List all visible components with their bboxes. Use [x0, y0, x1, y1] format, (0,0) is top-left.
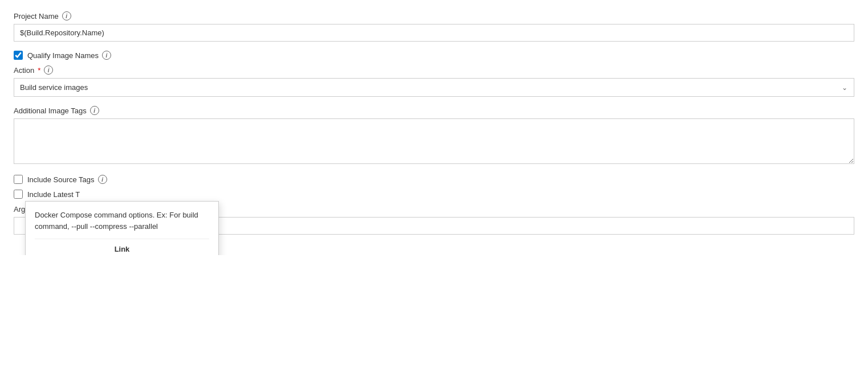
- include-latest-tag-group: Include Latest T Docker Compose command …: [14, 190, 854, 199]
- include-source-tags-group: Include Source Tags i: [14, 175, 854, 184]
- include-latest-tag-label[interactable]: Include Latest T: [27, 190, 80, 199]
- action-info-icon[interactable]: i: [44, 65, 53, 75]
- action-required-marker: *: [38, 66, 40, 75]
- tooltip-link-row: Link: [35, 239, 209, 255]
- arguments-tooltip-popup: Docker Compose command options. Ex: For …: [25, 201, 219, 255]
- qualify-image-names-group: Qualify Image Names i: [14, 51, 854, 60]
- additional-image-tags-info-icon[interactable]: i: [90, 106, 99, 115]
- include-source-tags-info-icon[interactable]: i: [98, 175, 107, 184]
- project-name-label-text: Project Name: [14, 12, 59, 20]
- tooltip-link[interactable]: Link: [115, 245, 130, 253]
- tooltip-text: Docker Compose command options. Ex: For …: [35, 210, 209, 239]
- qualify-image-names-checkbox[interactable]: [14, 51, 23, 60]
- include-source-tags-checkbox[interactable]: [14, 175, 23, 184]
- action-label-text: Action: [14, 66, 34, 75]
- include-source-tags-label[interactable]: Include Source Tags i: [27, 175, 107, 184]
- qualify-image-names-label[interactable]: Qualify Image Names i: [27, 51, 111, 60]
- additional-image-tags-textarea[interactable]: [14, 118, 854, 164]
- include-latest-tag-checkbox[interactable]: [14, 190, 23, 199]
- action-select[interactable]: Build service images Push service images…: [14, 78, 854, 97]
- qualify-image-names-info-icon[interactable]: i: [102, 51, 111, 60]
- additional-image-tags-label: Additional Image Tags i: [14, 106, 854, 115]
- qualify-image-names-label-text: Qualify Image Names: [27, 51, 99, 60]
- action-group: Action * i Build service images Push ser…: [14, 65, 854, 97]
- include-source-tags-label-text: Include Source Tags: [27, 175, 95, 184]
- action-label: Action * i: [14, 65, 854, 75]
- additional-image-tags-group: Additional Image Tags i: [14, 106, 854, 166]
- additional-image-tags-label-text: Additional Image Tags: [14, 106, 87, 115]
- project-name-label: Project Name i: [14, 11, 854, 20]
- project-name-info-icon[interactable]: i: [62, 11, 71, 20]
- include-latest-tag-label-text: Include Latest T: [27, 190, 80, 199]
- action-select-wrapper: Build service images Push service images…: [14, 78, 854, 97]
- project-name-group: Project Name i: [14, 11, 854, 42]
- project-name-input[interactable]: [14, 24, 854, 42]
